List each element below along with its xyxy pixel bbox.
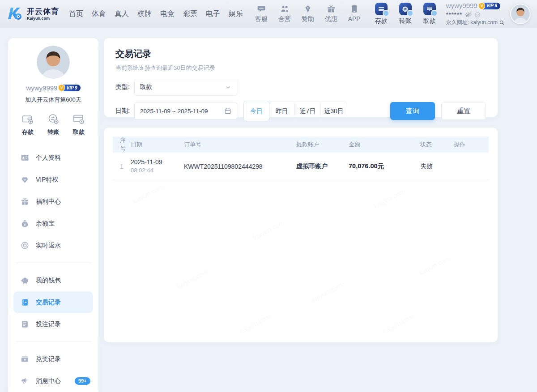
username[interactable]: wywy9999 — [446, 2, 477, 10]
range-7days-button[interactable]: 近7日 — [295, 102, 321, 120]
transfer-outline-icon — [47, 113, 60, 125]
col-account: 提款账户 — [296, 141, 349, 149]
top-bar: 开云体育 Kaiyun.com 首页 体育 真人 棋牌 电竞 彩票 电子 娱乐 … — [0, 0, 537, 28]
avatar[interactable] — [510, 4, 531, 24]
query-button[interactable]: 查询 — [390, 102, 435, 120]
sidebar-item-welfare[interactable]: 福利中心 — [8, 191, 98, 213]
brand-logo[interactable]: 开云体育 Kaiyun.com — [6, 5, 59, 23]
sidebar-item-transactions[interactable]: 交易记录 — [13, 291, 93, 313]
reset-button[interactable]: 重置 — [441, 102, 486, 120]
vip-icon — [21, 175, 29, 184]
magnifier-icon[interactable] — [499, 20, 505, 26]
deposit-button[interactable]: 存款 — [372, 3, 391, 25]
brand-logo-icon — [6, 5, 24, 23]
row-amount: 70,076.00元 — [349, 162, 420, 170]
sidebar-quick-actions: 存款 转账 取款 — [8, 113, 98, 136]
support-button[interactable]: 客服 — [252, 4, 271, 23]
sidebar-item-vip[interactable]: VIP特权 — [8, 169, 98, 191]
col-amount: 金额 — [349, 141, 420, 149]
sidebar-transfer-button[interactable]: 转账 — [47, 113, 60, 136]
sidebar-withdraw-label: 取款 — [73, 128, 85, 136]
sidebar-item-label: 福利中心 — [36, 198, 61, 206]
sponsor-label: 赞助 — [302, 15, 314, 23]
sidebar-item-bets[interactable]: 投注记录 — [8, 313, 98, 335]
row-order-no: KWWT20251109802444298 — [184, 163, 296, 170]
nav-item-esports[interactable]: 电竞 — [160, 9, 175, 19]
nav-item-lottery[interactable]: 彩票 — [183, 9, 197, 19]
sidebar-item-label: 个人资料 — [36, 154, 61, 162]
sidebar: wywy9999 VIP 9 加入开云体育第600天 存款 — [8, 38, 98, 392]
wallet-outline-icon — [21, 113, 34, 125]
partner-button[interactable]: 合营 — [275, 4, 294, 23]
main-content: 交易记录 当前系统支持查询最近30日的交易记录 类型: 取款 日期: 2025-… — [104, 38, 498, 342]
main-nav: 首页 体育 真人 棋牌 电竞 彩票 电子 娱乐 — [69, 9, 243, 19]
withdraw-button[interactable]: 取款 — [420, 3, 439, 25]
nav-item-live[interactable]: 真人 — [115, 9, 129, 19]
withdraw-icon — [423, 3, 436, 15]
brand-domain: Kaiyun.com — [27, 17, 59, 21]
date-label: 日期: — [115, 107, 134, 115]
withdraw-label: 取款 — [423, 17, 436, 25]
sidebar-item-rebate[interactable]: 实时返水 — [8, 234, 98, 256]
sidebar-item-wallet[interactable]: 我的钱包 — [8, 269, 98, 291]
eye-slash-icon[interactable] — [465, 11, 472, 18]
bets-icon — [21, 320, 29, 328]
date-range-input[interactable]: 2025-11-09 ~ 2025-11-09 — [134, 102, 237, 119]
col-index: 序号 — [113, 136, 131, 153]
sidebar-menu: 个人资料 VIP特权 福利中心 余额宝 — [8, 147, 98, 392]
header-quick-gray: 客服 合营 赞助 优惠 — [252, 4, 364, 23]
sidebar-item-label: 兑奖记录 — [36, 355, 61, 363]
sidebar-withdraw-button[interactable]: 取款 — [72, 113, 85, 136]
sponsor-button[interactable]: 赞助 — [298, 4, 317, 23]
vip-shield-icon — [58, 84, 65, 92]
col-action: 操作 — [454, 141, 489, 149]
promo-label: 优惠 — [325, 15, 337, 23]
type-label: 类型: — [115, 83, 134, 91]
nav-item-slots[interactable]: 电子 — [206, 9, 220, 19]
nav-item-entertainment[interactable]: 娱乐 — [229, 9, 243, 19]
vip-level-label: VIP 9 — [486, 3, 497, 9]
transfer-label: 转账 — [399, 17, 412, 25]
app-icon — [350, 4, 359, 13]
page: 开云体育 Kaiyun.com 首页 体育 真人 棋牌 电竞 彩票 电子 娱乐 … — [0, 0, 537, 392]
range-30days-button[interactable]: 近30日 — [321, 102, 347, 120]
sidebar-vip-badge: VIP 9 — [60, 85, 80, 91]
records-table-card: kaiyun.comkaiyun.com kaiyun.comkaiyun.co… — [104, 128, 498, 342]
range-yesterday-button[interactable]: 昨日 — [269, 102, 295, 120]
range-today-button[interactable]: 今日 — [243, 101, 269, 121]
vip-badge: VIP 9 — [480, 3, 500, 9]
header-quick-blue: 存款 转账 取款 — [372, 3, 439, 25]
sidebar-item-yuebao[interactable]: 余额宝 — [8, 213, 98, 234]
sidebar-username: wywy9999 — [26, 84, 57, 92]
nav-item-sports[interactable]: 体育 — [92, 9, 106, 19]
type-select[interactable]: 取款 — [134, 79, 237, 96]
chevron-circle-icon[interactable] — [474, 12, 481, 18]
transfer-icon — [399, 3, 412, 15]
masked-balance: ****** — [446, 11, 462, 18]
sidebar-item-messages[interactable]: 消息中心 99+ — [8, 370, 98, 392]
row-date-value: 2025-11-09 — [131, 158, 184, 166]
promo-button[interactable]: 优惠 — [322, 4, 341, 23]
sidebar-item-profile[interactable]: 个人资料 — [8, 147, 98, 169]
row-date: 2025-11-09 08:02:44 — [131, 158, 184, 175]
card-outline-icon — [72, 113, 85, 125]
support-label: 客服 — [255, 15, 268, 23]
profile-icon — [21, 153, 29, 162]
col-order-no: 订单号 — [184, 141, 296, 149]
nav-item-home[interactable]: 首页 — [69, 9, 83, 19]
nav-item-cards[interactable]: 棋牌 — [137, 9, 152, 19]
sidebar-deposit-button[interactable]: 存款 — [21, 113, 34, 136]
sidebar-item-prize[interactable]: 兑奖记录 — [8, 348, 98, 370]
moneybag-icon — [21, 219, 29, 228]
app-button[interactable]: APP — [345, 4, 364, 23]
type-row: 类型: 取款 — [115, 79, 486, 96]
support-icon — [257, 4, 266, 13]
filter-card: 交易记录 当前系统支持查询最近30日的交易记录 类型: 取款 日期: 2025-… — [104, 38, 498, 117]
user-summary: wywy9999 VIP 9 ****** — [446, 2, 505, 26]
sidebar-item-label: 实时返水 — [36, 242, 61, 250]
transfer-button[interactable]: 转账 — [396, 3, 415, 25]
sidebar-avatar[interactable] — [37, 46, 70, 79]
sidebar-item-label: 投注记录 — [36, 320, 61, 328]
deposit-label: 存款 — [375, 17, 388, 25]
sidebar-divider — [15, 341, 91, 342]
